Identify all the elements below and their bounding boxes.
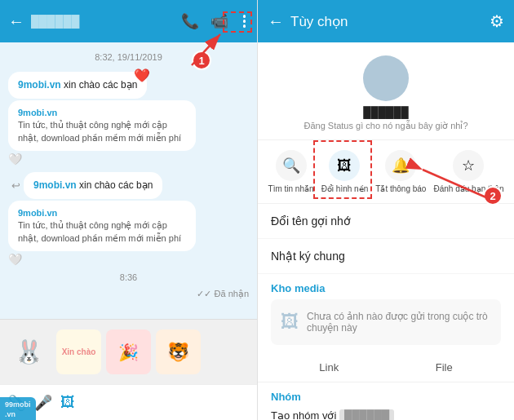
link-2[interactable]: 9mobi.vn — [33, 179, 77, 191]
mute-icon: 🔔 — [385, 150, 416, 181]
message-bubble-2: 9mobi.vn xin chào các bạn — [24, 172, 162, 199]
left-header: ← ██████ 📞 📹 — [0, 0, 257, 42]
wallpaper-icon: 🖼 — [329, 150, 360, 181]
mute-label: Tắt thông báo — [375, 184, 426, 193]
link-1[interactable]: 9mobi.vn — [18, 79, 61, 91]
menu-item-diary[interactable]: Nhật ký chung — [258, 239, 514, 274]
heart-reaction: ❤️ — [134, 67, 150, 85]
sticker-2[interactable]: Xin chào — [56, 329, 101, 374]
mic-icon[interactable]: 🎤 — [34, 394, 52, 412]
left-back-button[interactable]: ← — [8, 12, 24, 31]
watermark-sub: .vn — [5, 410, 16, 418]
sticker-4[interactable]: 🐯 — [156, 329, 201, 374]
watermark: 99mobi .vn — [0, 397, 36, 420]
group-section-label: Nhóm — [271, 391, 501, 403]
profile-name: ██████ — [363, 106, 408, 118]
search-icon: 🔍 — [276, 150, 307, 181]
link-2b[interactable]: 9mobi.vn — [18, 208, 57, 218]
media-section-header: Kho media — [258, 274, 514, 299]
right-title: Tùy chọn — [290, 13, 483, 30]
action-btn-mute[interactable]: 🔔 Tắt thông báo — [375, 150, 426, 193]
phone-icon[interactable]: 📞 — [181, 12, 199, 30]
media-empty-text: Chưa có ảnh nào được gửi trong cuộc trò … — [307, 311, 491, 334]
input-bar: 📎 🎤 🖼 — [0, 384, 257, 420]
right-panel: ← Tùy chọn ⚙ ██████ Đăng Status gì cho n… — [257, 0, 514, 420]
search-label: Tìm tin nhắn — [268, 184, 314, 193]
message-bubble-1: 9mobi.vn xin chào các bạn ❤️ — [8, 72, 147, 99]
tab-link[interactable]: Link — [303, 358, 355, 377]
header-icons: 📞 📹 — [181, 12, 250, 30]
right-header: ← Tùy chọn ⚙ — [258, 0, 514, 42]
more-options-button[interactable] — [240, 13, 250, 29]
blurred-contact-name: ██████ — [339, 409, 394, 420]
avatar — [363, 55, 409, 101]
message-bubble-2b: 9mobi.vn Tin tức, thủ thuật công nghệ mớ… — [8, 201, 196, 251]
right-body: ██████ Đăng Status gì cho nó ngẫu bây gi… — [258, 42, 514, 420]
left-panel: ← ██████ 📞 📹 1 8:32, 19/11/2019 9mobi.vn… — [0, 0, 257, 420]
action-btn-wallpaper[interactable]: 🖼 Đổi hình nền — [321, 150, 369, 193]
forward-icon: ↩ — [11, 179, 20, 192]
sticker-3[interactable]: 🎉 — [106, 329, 151, 374]
gear-icon[interactable]: ⚙ — [490, 11, 504, 31]
like-icon-2[interactable]: 🤍 — [8, 253, 25, 266]
media-placeholder: 🖼 Chưa có ảnh nào được gửi trong cuộc tr… — [271, 299, 501, 345]
chat-body: 8:32, 19/11/2019 9mobi.vn xin chào các b… — [0, 42, 257, 319]
profile-status: Đăng Status gì cho nó ngẫu bây giờ nhỉ? — [304, 121, 467, 131]
message-block-2: ↩ 9mobi.vn xin chào các bạn 9mobi.vn Tin… — [8, 172, 249, 266]
sticker-bar: 🐰 Xin chào 🎉 🐯 — [0, 319, 257, 384]
right-back-button[interactable]: ← — [268, 12, 284, 31]
media-img-icon: 🖼 — [281, 312, 299, 333]
menu-item-rename[interactable]: Đổi tên gợi nhớ — [258, 204, 514, 239]
like-icon-1[interactable]: 🤍 — [8, 153, 25, 166]
profile-section: ██████ Đăng Status gì cho nó ngẫu bây gi… — [258, 42, 514, 140]
group-create: Tạo nhóm với ██████ — [271, 409, 501, 420]
contact-name: ██████ — [31, 15, 175, 28]
favorite-label: Đánh dấu bạn thân — [434, 184, 504, 193]
wallpaper-label: Đổi hình nền — [321, 184, 369, 193]
message-bubble-1b: 9mobi.vn Tin tức, thủ thuật công nghệ mớ… — [8, 100, 196, 151]
video-icon[interactable]: 📹 — [210, 12, 228, 30]
sticker-1[interactable]: 🐰 — [7, 329, 51, 374]
action-buttons-row: 🔍 Tìm tin nhắn 🖼 Đổi hình nền 🔔 Tắt thôn… — [258, 140, 514, 204]
tab-file[interactable]: File — [419, 358, 469, 377]
action-btn-favorite[interactable]: ☆ Đánh dấu bạn thân — [434, 150, 504, 193]
media-tabs: Link File — [258, 353, 514, 382]
image-icon[interactable]: 🖼 — [60, 394, 75, 411]
action-btn-search[interactable]: 🔍 Tìm tin nhắn — [268, 150, 314, 193]
timestamp-2: 8:36 — [8, 272, 249, 282]
link-1b[interactable]: 9mobi.vn — [18, 108, 57, 117]
group-section: Nhóm Tạo nhóm với ██████ — [258, 382, 514, 420]
favorite-icon: ☆ — [453, 150, 484, 181]
message-block-1: 9mobi.vn xin chào các bạn ❤️ 9mobi.vn Ti… — [8, 72, 249, 166]
timestamp-1: 8:32, 19/11/2019 — [8, 52, 249, 62]
received-status: ✓✓ Đã nhận — [8, 289, 249, 299]
